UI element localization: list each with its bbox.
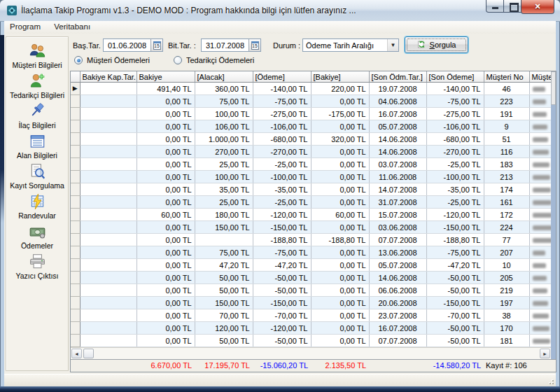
table-cell[interactable]: 14.06.2008 [369,146,426,158]
table-cell[interactable]: 191 [484,108,529,120]
start-date-field[interactable]: 01.06.2008 15 [103,38,163,52]
table-cell[interactable]: -150,00 TL [253,221,311,234]
table-cell[interactable] [80,297,136,309]
table-cell[interactable]: -188,80 TL [311,234,369,246]
table-cell[interactable]: 0,00 TL [311,335,369,347]
table-cell[interactable]: -106,00 TL [426,120,484,133]
row-selector[interactable] [71,309,80,322]
table-cell[interactable]: -100,00 TL [253,171,311,183]
table-cell[interactable]: 04.06.2008 [369,95,426,108]
table-cell[interactable]: 70,00 TL [195,309,253,322]
table-cell[interactable]: 0,00 TL [311,196,369,209]
table-cell[interactable]: -150,00 TL [426,297,484,309]
table-cell[interactable]: 47,20 TL [195,259,253,272]
table-cell[interactable]: 0,00 TL [311,146,369,158]
table-cell[interactable]: 0,00 TL [311,95,369,108]
table-cell[interactable]: -270,00 TL [253,146,311,158]
table-cell[interactable]: 1.000,00 TL [195,133,253,146]
table-cell[interactable]: 0,00 TL [136,284,195,297]
table-cell[interactable]: 50,00 TL [195,284,253,297]
table-cell[interactable]: 13.06.2008 [369,246,426,259]
scroll-right-icon[interactable]: ► [540,349,550,358]
status-dropdown[interactable]: Ödeme Tarih Aralığı ▼ [302,38,399,52]
table-cell[interactable]: 197 [484,297,529,309]
table-cell[interactable]: -680,00 TL [426,133,484,146]
table-cell[interactable]: 25,00 TL [195,196,253,209]
table-cell[interactable]: 14.06.2008 [369,133,426,146]
table-cell-customer-name[interactable] [529,259,551,272]
table-cell[interactable]: -25,00 TL [426,158,484,171]
table-cell[interactable]: 0,00 TL [311,309,369,322]
table-cell[interactable]: 161 [484,196,529,209]
sidebar-item-appointments[interactable]: Randevular [6,192,68,223]
table-cell[interactable]: 15.07.2008 [369,209,426,221]
table-cell[interactable]: -25,00 TL [426,196,484,209]
table-cell[interactable]: 172 [484,209,529,221]
table-cell[interactable] [80,133,136,146]
row-selector[interactable] [71,246,80,259]
table-cell[interactable]: 224 [484,221,529,234]
table-cell[interactable]: 0,00 TL [311,259,369,272]
table-cell-customer-name[interactable] [529,95,551,108]
column-header[interactable] [71,71,80,83]
table-cell[interactable]: -75,00 TL [426,95,484,108]
table-cell-customer-name[interactable] [529,209,551,221]
table-cell[interactable]: 0,00 TL [136,158,195,171]
table-cell[interactable] [80,171,136,183]
table-cell[interactable]: 0,00 TL [136,322,195,335]
horizontal-scrollbar[interactable]: ◄ ► [71,347,551,359]
row-selector[interactable] [71,183,80,196]
table-cell[interactable]: 120,00 TL [195,322,253,335]
table-cell[interactable]: -50,00 TL [253,272,311,284]
table-cell[interactable]: -75,00 TL [253,246,311,259]
row-selector[interactable] [71,259,80,272]
table-cell[interactable]: 10 [484,259,529,272]
table-cell[interactable]: -188,80 TL [253,234,311,246]
table-cell[interactable]: 60,00 TL [311,209,369,221]
table-cell[interactable]: 46 [484,83,529,95]
table-cell[interactable] [80,284,136,297]
row-selector[interactable] [71,221,80,234]
resize-grip-icon[interactable] [547,377,554,384]
row-selector[interactable] [71,108,80,120]
table-cell[interactable]: 14.06.2008 [369,272,426,284]
table-cell[interactable]: 270,00 TL [195,146,253,158]
table-cell[interactable]: 0,00 TL [136,335,195,347]
menu-item-veritabani[interactable]: Veritabanı [48,21,96,31]
table-cell-customer-name[interactable] [529,133,551,146]
column-header[interactable]: [Bakiye] [311,71,369,83]
row-selector[interactable] [71,158,80,171]
table-cell[interactable] [80,221,136,234]
table-cell[interactable]: -106,00 TL [253,120,311,133]
row-selector[interactable] [71,322,80,335]
menu-item-program[interactable]: Program [4,21,46,31]
table-cell[interactable]: 50,00 TL [195,272,253,284]
sidebar-item-supplier-add[interactable]: Tedarikçi Bilgileri [6,72,68,102]
table-cell[interactable]: 06.06.2008 [369,284,426,297]
row-selector[interactable] [71,171,80,183]
table-cell[interactable]: 77 [484,234,529,246]
row-selector[interactable] [71,209,80,221]
table-cell-customer-name[interactable] [529,322,551,335]
column-header[interactable]: [Alacak] [195,71,253,83]
sidebar-item-payments[interactable]: Ödemeler [6,223,68,253]
table-cell[interactable]: 16.07.2008 [369,322,426,335]
table-cell[interactable]: 205 [484,272,529,284]
table-cell[interactable]: 213 [484,171,529,183]
table-cell[interactable] [80,120,136,133]
end-date-field[interactable]: 31.07.2008 15 [201,38,261,52]
table-cell[interactable]: 60,00 TL [136,209,195,221]
table-cell[interactable]: 170 [484,322,529,335]
table-cell[interactable] [80,309,136,322]
table-cell[interactable]: 0,00 TL [136,171,195,183]
table-cell[interactable]: -188,80 TL [426,234,484,246]
column-header[interactable]: Müşteri No [484,71,529,83]
table-cell-customer-name[interactable] [529,246,551,259]
table-cell[interactable]: -100,00 TL [426,171,484,183]
table-cell[interactable]: -270,00 TL [426,146,484,158]
row-selector[interactable] [71,234,80,246]
table-cell-customer-name[interactable] [529,284,551,297]
table-cell[interactable]: 0,00 TL [136,120,195,133]
table-cell[interactable] [80,83,136,95]
table-cell[interactable]: -175,00 TL [311,108,369,120]
